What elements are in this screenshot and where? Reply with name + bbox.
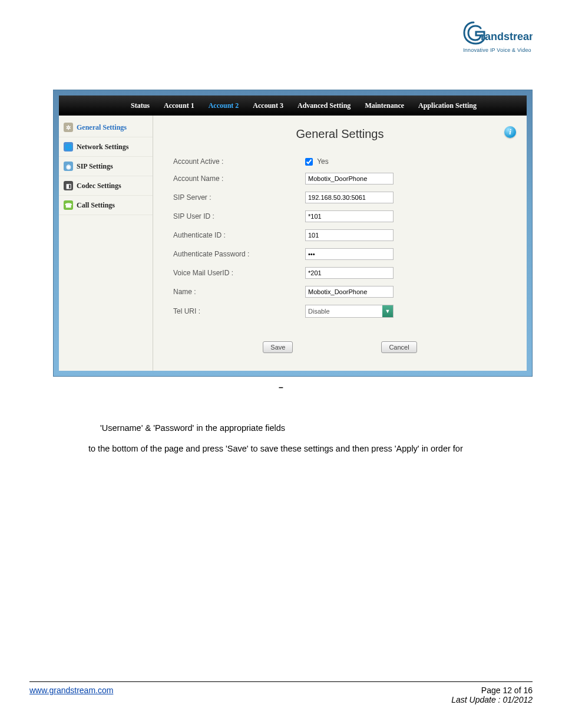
button-row: Save Cancel bbox=[170, 341, 510, 353]
input-vm-userid[interactable] bbox=[305, 267, 394, 279]
row-tel-uri: Tel URI : Disable ▼ bbox=[170, 305, 510, 318]
chevron-down-icon: ▼ bbox=[382, 305, 393, 317]
label-tel-uri: Tel URI : bbox=[170, 307, 305, 315]
value-account-active: Yes bbox=[317, 157, 329, 166]
select-tel-uri-value: Disable bbox=[308, 308, 330, 315]
row-account-name: Account Name : bbox=[170, 173, 510, 185]
label-account-name: Account Name : bbox=[170, 174, 305, 183]
body-line-2: to the bottom of the page and press 'Sav… bbox=[29, 442, 533, 455]
nav-advanced-setting[interactable]: Advanced Setting bbox=[290, 95, 358, 116]
page-header: randstream Innovative IP Voice & Video bbox=[0, 0, 562, 60]
body-text: 'Username' & 'Password' in the appropria… bbox=[29, 421, 533, 455]
row-vm-userid: Voice Mail UserID : bbox=[170, 267, 510, 279]
sidebar-item-label: Network Settings bbox=[77, 143, 128, 151]
row-auth-password: Authenticate Password : bbox=[170, 248, 510, 260]
gear-icon: ✲ bbox=[64, 123, 73, 132]
footer-page-number: Page 12 of 16 bbox=[451, 686, 533, 695]
config-panel-frame: Status Account 1 Account 2 Account 3 Adv… bbox=[53, 90, 533, 377]
nav-account-3[interactable]: Account 3 bbox=[246, 95, 290, 116]
codec-icon: ◧ bbox=[64, 181, 73, 190]
label-auth-id: Authenticate ID : bbox=[170, 231, 305, 239]
input-auth-id[interactable] bbox=[305, 229, 394, 241]
sidebar-item-network-settings[interactable]: 🌐 Network Settings bbox=[59, 137, 153, 157]
logo-tagline: Innovative IP Voice & Video bbox=[462, 47, 533, 53]
input-sip-user-id[interactable] bbox=[305, 210, 394, 222]
input-auth-password[interactable] bbox=[305, 248, 394, 260]
label-vm-userid: Voice Mail UserID : bbox=[170, 269, 305, 277]
panel-title: General Settings bbox=[170, 127, 510, 141]
row-auth-id: Authenticate ID : bbox=[170, 229, 510, 241]
body-line-1: 'Username' & 'Password' in the appropria… bbox=[29, 421, 533, 434]
brand-logo: randstream Innovative IP Voice & Video bbox=[462, 18, 533, 53]
label-sip-user-id: SIP User ID : bbox=[170, 212, 305, 220]
input-account-name[interactable] bbox=[305, 173, 394, 185]
figure-caption: – bbox=[0, 383, 562, 392]
nav-status[interactable]: Status bbox=[124, 95, 157, 116]
select-tel-uri[interactable]: Disable ▼ bbox=[305, 305, 394, 318]
info-icon[interactable]: i bbox=[504, 126, 516, 138]
nav-account-1[interactable]: Account 1 bbox=[157, 95, 201, 116]
app-body: ✲ General Settings 🌐 Network Settings ◉ … bbox=[59, 116, 527, 371]
checkbox-account-active[interactable] bbox=[305, 158, 313, 166]
row-account-active: Account Active : Yes bbox=[170, 157, 510, 166]
sip-icon: ◉ bbox=[64, 162, 73, 171]
label-sip-server: SIP Server : bbox=[170, 193, 305, 202]
sidebar-item-sip-settings[interactable]: ◉ SIP Settings bbox=[59, 157, 153, 176]
row-sip-user-id: SIP User ID : bbox=[170, 210, 510, 222]
svg-text:randstream: randstream bbox=[481, 31, 533, 42]
sidebar-item-label: General Settings bbox=[77, 123, 127, 132]
footer-last-update: Last Update : 01/2012 bbox=[451, 695, 533, 704]
grandstream-logo-icon: randstream bbox=[462, 18, 533, 47]
label-name: Name : bbox=[170, 288, 305, 296]
label-auth-password: Authenticate Password : bbox=[170, 250, 305, 258]
sidebar-item-label: Codec Settings bbox=[77, 182, 121, 190]
nav-maintenance[interactable]: Maintenance bbox=[358, 95, 411, 116]
row-name: Name : bbox=[170, 286, 510, 298]
sidebar-item-label: Call Settings bbox=[77, 201, 115, 210]
input-sip-server[interactable] bbox=[305, 192, 394, 203]
footer-link[interactable]: www.grandstream.com bbox=[29, 686, 113, 704]
nav-account-2[interactable]: Account 2 bbox=[201, 95, 246, 116]
sidebar-item-codec-settings[interactable]: ◧ Codec Settings bbox=[59, 176, 153, 196]
nav-application-setting[interactable]: Application Setting bbox=[411, 95, 484, 116]
input-name[interactable] bbox=[305, 286, 394, 298]
row-sip-server: SIP Server : bbox=[170, 192, 510, 203]
sidebar: ✲ General Settings 🌐 Network Settings ◉ … bbox=[59, 116, 153, 371]
main-panel: i General Settings Account Active : Yes … bbox=[153, 116, 527, 371]
label-account-active: Account Active : bbox=[170, 157, 305, 166]
sidebar-item-general-settings[interactable]: ✲ General Settings bbox=[59, 118, 153, 137]
sidebar-item-label: SIP Settings bbox=[77, 162, 113, 171]
cancel-button[interactable]: Cancel bbox=[381, 341, 416, 353]
top-nav: Status Account 1 Account 2 Account 3 Adv… bbox=[59, 95, 527, 116]
save-button[interactable]: Save bbox=[263, 341, 293, 353]
page-footer: www.grandstream.com Page 12 of 16 Last U… bbox=[29, 681, 533, 704]
phone-icon: ☎ bbox=[64, 200, 73, 210]
globe-icon: 🌐 bbox=[64, 142, 73, 151]
sidebar-item-call-settings[interactable]: ☎ Call Settings bbox=[59, 196, 153, 215]
